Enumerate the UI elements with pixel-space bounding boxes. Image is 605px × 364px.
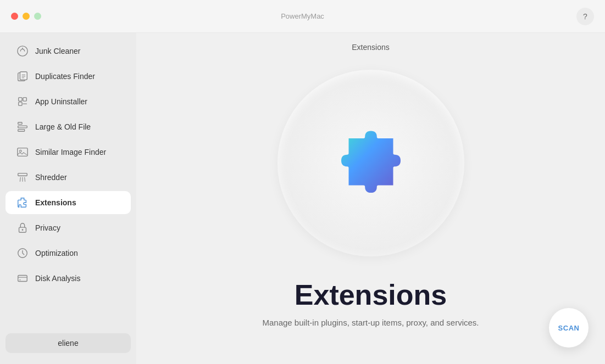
duplicates-finder-icon bbox=[16, 70, 29, 82]
svg-point-0 bbox=[18, 46, 27, 56]
svg-rect-14 bbox=[18, 148, 27, 156]
minimize-button[interactable] bbox=[23, 13, 30, 20]
sidebar-label-app-uninstaller: App Uninstaller bbox=[35, 97, 87, 106]
puzzle-svg-icon bbox=[321, 114, 420, 212]
extensions-icon bbox=[16, 197, 29, 209]
help-button[interactable]: ? bbox=[576, 8, 594, 25]
scan-button-container: SCAN bbox=[549, 308, 589, 348]
svg-rect-11 bbox=[18, 122, 22, 125]
shredder-icon bbox=[16, 171, 29, 183]
sidebar-item-large-old-file[interactable]: Large & Old File bbox=[5, 115, 131, 138]
svg-rect-3 bbox=[20, 72, 27, 80]
svg-line-17 bbox=[20, 177, 20, 181]
sidebar-item-junk-cleaner[interactable]: Junk Cleaner bbox=[5, 40, 131, 63]
sidebar-label-extensions: Extensions bbox=[35, 198, 76, 207]
sidebar-item-shredder[interactable]: Shredder bbox=[5, 166, 131, 189]
sidebar-item-optimization[interactable]: Optimization bbox=[5, 242, 131, 265]
privacy-icon bbox=[16, 222, 29, 234]
sidebar-label-disk-analysis: Disk Analysis bbox=[35, 274, 80, 283]
feature-description: Manage built-in plugins, start-up items,… bbox=[262, 318, 479, 327]
feature-title: Extensions bbox=[295, 278, 447, 311]
sidebar-label-shredder: Shredder bbox=[35, 173, 67, 182]
sidebar-item-similar-image-finder[interactable]: Similar Image Finder bbox=[5, 141, 131, 164]
sidebar-item-app-uninstaller[interactable]: App Uninstaller bbox=[5, 90, 131, 113]
scan-button[interactable]: SCAN bbox=[549, 308, 589, 348]
close-button[interactable] bbox=[11, 13, 18, 20]
app-name: PowerMyMac bbox=[281, 12, 324, 20]
svg-rect-7 bbox=[19, 98, 22, 101]
svg-point-25 bbox=[20, 279, 21, 281]
sidebar-label-privacy: Privacy bbox=[35, 223, 60, 232]
sidebar-label-similar-image-finder: Similar Image Finder bbox=[35, 148, 106, 156]
sidebar-item-duplicates-finder[interactable]: Duplicates Finder bbox=[5, 65, 131, 88]
svg-line-19 bbox=[25, 177, 25, 181]
svg-rect-16 bbox=[18, 173, 27, 176]
svg-point-21 bbox=[22, 229, 24, 231]
svg-rect-8 bbox=[23, 98, 26, 101]
similar-image-finder-icon bbox=[16, 146, 29, 158]
svg-rect-12 bbox=[18, 126, 27, 128]
titlebar: PowerMyMac ? bbox=[0, 0, 605, 33]
svg-point-15 bbox=[20, 150, 22, 152]
junk-cleaner-icon bbox=[16, 45, 29, 57]
disk-analysis-icon bbox=[16, 272, 29, 284]
large-old-file-icon bbox=[16, 121, 29, 133]
optimization-icon bbox=[16, 247, 29, 259]
maximize-button[interactable] bbox=[34, 13, 41, 20]
sidebar-item-extensions[interactable]: Extensions bbox=[5, 191, 131, 214]
feature-icon-circle bbox=[277, 70, 464, 256]
sidebar: Junk Cleaner Duplicates Finder bbox=[0, 33, 136, 364]
svg-rect-13 bbox=[18, 130, 25, 132]
sidebar-label-large-old-file: Large & Old File bbox=[35, 122, 91, 131]
sidebar-label-optimization: Optimization bbox=[35, 249, 78, 257]
sidebar-item-privacy[interactable]: Privacy bbox=[5, 216, 131, 239]
svg-rect-23 bbox=[18, 276, 27, 282]
sidebar-label-duplicates-finder: Duplicates Finder bbox=[35, 72, 95, 81]
app-uninstaller-icon bbox=[16, 96, 29, 108]
user-button[interactable]: eliene bbox=[5, 333, 131, 353]
page-title: Extensions bbox=[352, 43, 389, 52]
traffic-lights bbox=[11, 13, 41, 20]
content-area: Extensions Extensions Man bbox=[136, 33, 605, 364]
sidebar-footer: eliene bbox=[0, 328, 136, 359]
sidebar-label-junk-cleaner: Junk Cleaner bbox=[35, 47, 81, 55]
svg-rect-9 bbox=[19, 102, 22, 105]
sidebar-item-disk-analysis[interactable]: Disk Analysis bbox=[5, 267, 131, 290]
